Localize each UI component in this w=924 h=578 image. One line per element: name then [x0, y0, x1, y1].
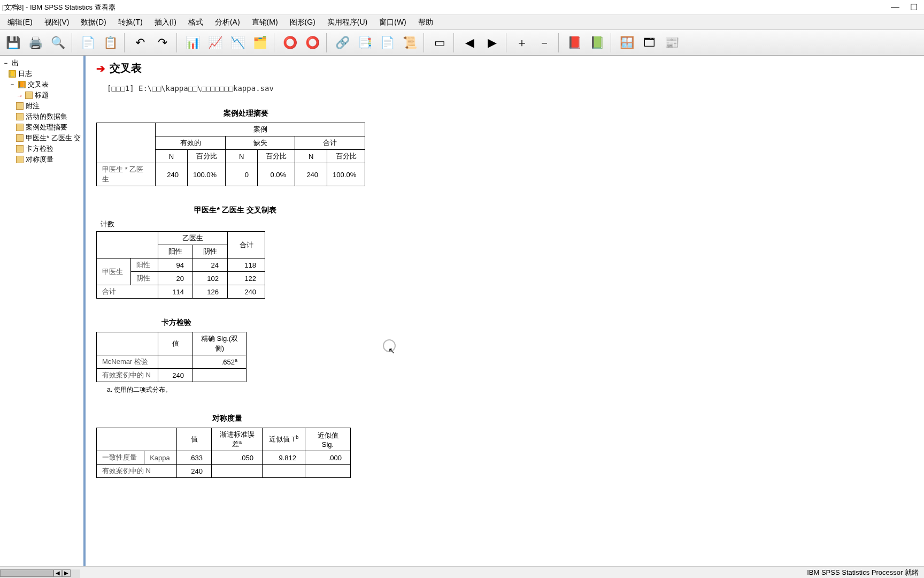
print-icon[interactable]: 🖨️: [25, 32, 46, 54]
table-row: 有效案例中的 N 240: [97, 369, 247, 382]
case-summary-block[interactable]: 案例处理摘要 案例 有效的 缺失 合计 N 百分比 N: [96, 109, 913, 186]
titlebar: [文档8] - IBM SPSS Statistics 查看器 — ☐: [0, 0, 924, 15]
maximize-button[interactable]: ☐: [910, 2, 918, 12]
statusbar: IBM SPSS Statistics Processor 就绪: [0, 566, 924, 578]
output-viewer[interactable]: ➔ 交叉表 [□□□1] E:\□□\kappa□□\□□□□□□□kappa.…: [86, 56, 924, 566]
nav-title[interactable]: →标题: [1, 90, 82, 101]
book2-icon[interactable]: 📗: [586, 32, 607, 54]
window3-icon[interactable]: 📰: [661, 32, 682, 54]
window1-icon[interactable]: 🪟: [616, 32, 637, 54]
table-row: 合计 114 126 240: [97, 285, 265, 299]
variables-icon[interactable]: 📉: [227, 32, 248, 54]
menu-data[interactable]: 数据(D): [75, 16, 111, 29]
window-title: [文档8] - IBM SPSS Statistics 查看器: [2, 3, 891, 12]
symm-table[interactable]: 值 渐进标准误差a 近似值 Tb 近似值 Sig. 一致性度量 Kappa .6…: [96, 428, 351, 478]
outline-panel[interactable]: −出 📒日志 −📙交叉表 →标题 附注 活动的数据集 案例处理摘要 甲医生* 乙…: [0, 56, 86, 566]
menubar: 编辑(E) 视图(V) 数据(D) 转换(T) 插入(I) 格式 分析(A) 直…: [0, 15, 924, 30]
arrow-icon: ➔: [96, 62, 105, 75]
chisq-title: 卡方检验: [96, 318, 257, 328]
table-row: 甲医生 阳性 94 24 118: [97, 258, 265, 272]
menu-help[interactable]: 帮助: [413, 16, 438, 29]
redo-icon[interactable]: ↷: [152, 32, 173, 54]
output-title: 交叉表: [110, 61, 142, 75]
crosstab-title: 甲医生* 乙医生 交叉制表: [144, 206, 326, 215]
box-icon[interactable]: ▭: [429, 32, 450, 54]
plus-icon[interactable]: ＋: [511, 32, 533, 54]
crosstab-block[interactable]: 甲医生* 乙医生 交叉制表 计数 乙医生 合计 阳性 阴性 甲医生 阳性: [96, 206, 913, 299]
nav-log[interactable]: 📒日志: [1, 69, 82, 79]
crosstab-sub: 计数: [101, 219, 913, 229]
menu-transform[interactable]: 转换(T): [113, 16, 148, 29]
menu-edit[interactable]: 编辑(E): [2, 16, 38, 29]
menu-insert[interactable]: 插入(I): [149, 16, 182, 29]
minimize-button[interactable]: —: [891, 2, 899, 12]
menu-format[interactable]: 格式: [183, 16, 209, 29]
circle2-icon[interactable]: ⭕: [302, 32, 323, 54]
crosstab-table[interactable]: 乙医生 合计 阳性 阴性 甲医生 阳性 94 24 118: [96, 231, 265, 299]
symm-block[interactable]: 对称度量 值 渐进标准误差a 近似值 Tb 近似值 Sig. 一致性度量 Kap…: [96, 414, 913, 478]
forward-icon[interactable]: ▶: [481, 32, 503, 54]
menu-window[interactable]: 窗口(W): [374, 16, 412, 29]
chisq-block[interactable]: 卡方检验 值 精确 Sig.(双侧) McNemar 检验 .652a 有效案例…: [96, 318, 913, 394]
script-icon[interactable]: 📜: [399, 32, 420, 54]
table-row: 一致性度量 Kappa .633 .050 9.812 .000: [97, 451, 351, 465]
menu-direct[interactable]: 直销(M): [247, 16, 283, 29]
save-icon[interactable]: 💾: [2, 32, 24, 54]
case-summary-title: 案例处理摘要: [96, 109, 396, 118]
tree-icon[interactable]: 🔗: [332, 32, 353, 54]
menu-graphs[interactable]: 图形(G): [284, 16, 321, 29]
nav-notes[interactable]: 附注: [1, 101, 82, 111]
table-row: 甲医生 * 乙医生 240 100.0% 0 0.0% 240 100.0%: [97, 163, 365, 186]
nav-active-dataset[interactable]: 活动的数据集: [1, 111, 82, 122]
nav-symmetric[interactable]: 对称度量: [1, 154, 82, 165]
status-text: IBM SPSS Statistics Processor 就绪: [807, 568, 919, 577]
nav-root[interactable]: −出: [1, 58, 82, 69]
circle1-icon[interactable]: ⭕: [279, 32, 301, 54]
preview-icon[interactable]: 🔍: [47, 32, 68, 54]
book1-icon[interactable]: 📕: [564, 32, 585, 54]
toolbar: 💾 🖨️ 🔍 📄 📋 ↶ ↷ 📊 📈 📉 🗂️ ⭕ ⭕ 🔗 📑 📄 📜 ▭ ◀ …: [0, 30, 924, 56]
nav-chisq[interactable]: 卡方检验: [1, 143, 82, 154]
case-summary-table[interactable]: 案例 有效的 缺失 合计 N 百分比 N 百分比 N 百分比: [96, 123, 365, 186]
table-row: 有效案例中的 N 240: [97, 465, 351, 478]
table-row: McNemar 检验 .652a: [97, 355, 247, 369]
symm-title: 对称度量: [96, 414, 358, 423]
minus-icon[interactable]: －: [534, 32, 555, 54]
menu-analyze[interactable]: 分析(A): [210, 16, 245, 29]
menu-utilities[interactable]: 实用程序(U): [322, 16, 373, 29]
goto-case-icon[interactable]: 📈: [204, 32, 226, 54]
chisq-footnote: a. 使用的二项式分布。: [96, 385, 913, 394]
undo-icon[interactable]: ↶: [129, 32, 151, 54]
doc1-icon[interactable]: 📑: [354, 32, 375, 54]
nav-crosstab-table[interactable]: 甲医生* 乙医生 交: [1, 133, 82, 143]
back-icon[interactable]: ◀: [459, 32, 480, 54]
select-icon[interactable]: 🗂️: [249, 32, 271, 54]
window2-icon[interactable]: 🗔: [638, 32, 660, 54]
dialog-recall-icon[interactable]: 📋: [99, 32, 121, 54]
nav-crosstab[interactable]: −📙交叉表: [1, 79, 82, 90]
chisq-table[interactable]: 值 精确 Sig.(双侧) McNemar 检验 .652a 有效案例中的 N …: [96, 332, 247, 382]
nav-case-summary[interactable]: 案例处理摘要: [1, 122, 82, 133]
export-icon[interactable]: 📄: [77, 32, 98, 54]
syntax-path: [□□□1] E:\□□\kappa□□\□□□□□□□kappa.sav: [107, 84, 913, 93]
menu-view[interactable]: 视图(V): [39, 16, 75, 29]
goto-data-icon[interactable]: 📊: [182, 32, 203, 54]
doc2-icon[interactable]: 📄: [376, 32, 398, 54]
